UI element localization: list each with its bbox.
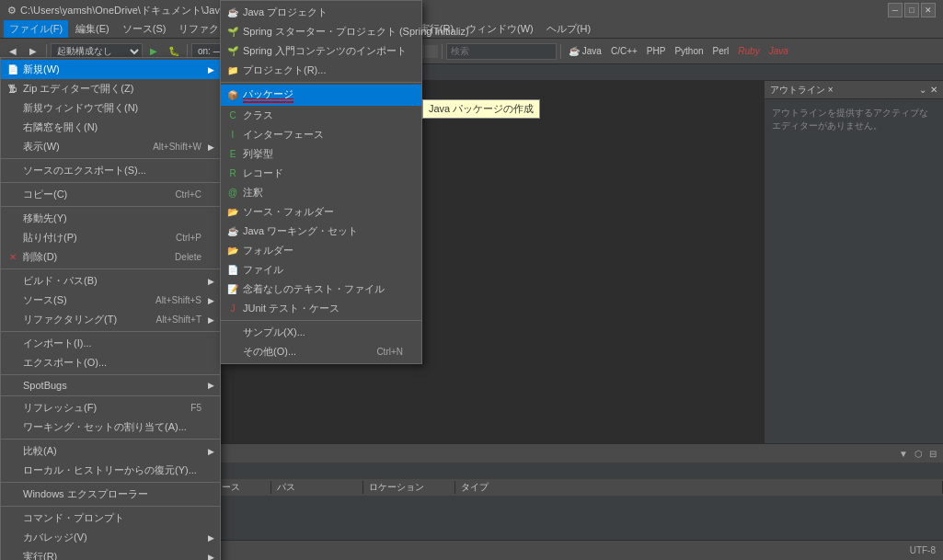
toolbar-btn-8[interactable] xyxy=(425,45,438,58)
menu-item-build-path[interactable]: ビルド・パス(B) xyxy=(1,271,220,291)
menu-item-export[interactable]: エクスポート(O)... xyxy=(1,353,220,372)
submenu-package-label: パッケージ xyxy=(243,87,293,103)
submenu-no-content[interactable]: 📝 念着なしのテキスト・ファイル xyxy=(221,280,421,299)
menu-bar: ファイル(F) 編集(E) ソース(S) リファクタリング(T) 検索(A) プ… xyxy=(0,20,943,39)
submenu-other[interactable]: その他(O)... Ctrl+N xyxy=(221,342,421,361)
menu-item-run2[interactable]: 実行(R) xyxy=(1,547,220,560)
separator-5 xyxy=(1,331,220,332)
menu-item-refactor2[interactable]: リファクタリング(T) Alt+Shift+T xyxy=(1,310,220,329)
collapse-icon[interactable]: ⊟ xyxy=(926,447,939,460)
menu-item-working-set-label: ワーキング・セットの割り当て(A)... xyxy=(23,420,187,434)
menu-item-paste[interactable]: 移動先(Y) xyxy=(1,209,220,228)
menu-item-import[interactable]: インポート(I)... xyxy=(1,334,220,353)
submenu-file[interactable]: 📄 ファイル xyxy=(221,260,421,280)
separator-6 xyxy=(1,374,220,375)
menu-item-open-editor[interactable]: 新規ウィンドウで開く(N) xyxy=(1,98,220,118)
display-shortcut: Alt+Shift+W xyxy=(134,142,201,152)
submenu-enum[interactable]: E 列挙型 xyxy=(221,144,421,164)
outline-chevron-icon[interactable]: ⌄ xyxy=(919,85,926,95)
submenu-folder[interactable]: 📂 フォルダー xyxy=(221,241,421,260)
menu-item-show-in-label: 右隣窓を開く(N) xyxy=(23,120,98,134)
menu-item-compare[interactable]: 比較(A) xyxy=(1,441,220,461)
java-perspective[interactable]: ☕ Java xyxy=(565,46,605,56)
menu-item-attach[interactable]: 貼り付け(P) Ctrl+P xyxy=(1,228,220,247)
menu-item-working-set[interactable]: ワーキング・セットの割り当て(A)... xyxy=(1,417,220,437)
menu-item-new[interactable]: 📄 新規(W) xyxy=(1,60,220,79)
submenu-java-project[interactable]: ☕ Java プロジェクト xyxy=(221,3,421,22)
separator-1 xyxy=(1,158,220,159)
filter-icon[interactable]: ▼ xyxy=(897,447,910,460)
menu-item-windows-explorer[interactable]: Windows エクスプローラー xyxy=(1,485,220,504)
menu-item-source2[interactable]: ソース(S) Alt+Shift+S xyxy=(1,291,220,310)
delete-icon: ✕ xyxy=(6,251,19,264)
menu-item-coverage[interactable]: カバレッジ(V) xyxy=(1,528,220,547)
menu-item-export-label: エクスポート(O)... xyxy=(23,356,107,370)
separator-2 xyxy=(1,182,220,183)
expand-icon[interactable]: ⬡ xyxy=(912,447,925,460)
menu-window[interactable]: ウィンドウ(W) xyxy=(461,20,539,38)
search-input[interactable] xyxy=(446,43,557,60)
submenu-spring-content-label: Spring 入門コンテンツのインポート xyxy=(243,44,407,58)
submenu-spring-starter[interactable]: 🌱 Spring スターター・プロジェクト (Spring Initializ) xyxy=(221,22,421,41)
refresh-shortcut: F5 xyxy=(172,403,201,413)
submenu-package[interactable]: 📦 パッケージ xyxy=(221,85,421,106)
submenu-project[interactable]: 📁 プロジェクト(R)... xyxy=(221,61,421,80)
menu-item-command-prompt[interactable]: コマンド・プロンプト xyxy=(1,509,220,528)
menu-item-compare-label: 比較(A) xyxy=(23,444,57,458)
submenu-source-folder[interactable]: 📂 ソース・フォルダー xyxy=(221,202,421,222)
submenu-interface[interactable]: I インターフェース xyxy=(221,125,421,144)
submenu-sample[interactable]: サンプル(X)... xyxy=(221,323,421,342)
context-menu-level1: 📄 新規(W) 🗜 Zip エディターで開く(Z) 新規ウィンドウで開く(N) … xyxy=(0,57,221,560)
menu-item-copy[interactable]: コピー(C) Ctrl+C xyxy=(1,185,220,204)
submenu-class[interactable]: C クラス xyxy=(221,106,421,125)
menu-item-zip[interactable]: 🗜 Zip エディターで開く(Z) xyxy=(1,79,220,98)
submenu-java-working-set[interactable]: ☕ Java ワーキング・セット xyxy=(221,222,421,241)
menu-help[interactable]: ヘルプ(H) xyxy=(541,20,596,38)
new-icon: 📄 xyxy=(6,63,19,76)
submenu-spring-content[interactable]: 🌱 Spring 入門コンテンツのインポート xyxy=(221,41,421,61)
python-perspective: Python xyxy=(671,46,707,56)
separator-10 xyxy=(1,506,220,507)
menu-item-local-history[interactable]: ローカル・ヒストリーからの復元(Y)... xyxy=(1,461,220,480)
php-perspective: PHP xyxy=(643,46,670,56)
menu-item-show-in[interactable]: 右隣窓を開く(N) xyxy=(1,118,220,137)
outline-title: アウトライン × xyxy=(770,84,834,97)
menu-file[interactable]: ファイル(F) xyxy=(4,20,68,38)
submenu-enum-label: 列挙型 xyxy=(243,147,273,161)
menu-item-local-history-label: ローカル・ヒストリーからの復元(Y)... xyxy=(23,463,197,477)
annotation-icon: @ xyxy=(226,187,239,200)
file-icon: 📄 xyxy=(226,264,239,277)
outline-empty-text: アウトラインを提供するアクティブなエディターがありません。 xyxy=(772,108,928,131)
submenu-source-folder-label: ソース・フォルダー xyxy=(243,205,334,219)
menu-item-export-source-label: ソースのエクスポート(S)... xyxy=(23,164,146,177)
menu-item-display[interactable]: 表示(W) Alt+Shift+W xyxy=(1,137,220,156)
refactor2-shortcut: Alt+Shift+T xyxy=(138,314,201,325)
menu-item-delete[interactable]: ✕ 削除(D) Delete xyxy=(1,247,220,267)
maximize-button[interactable]: □ xyxy=(904,3,919,17)
java2-perspective: Java xyxy=(765,46,792,56)
junit-icon: J xyxy=(226,303,239,315)
submenu-class-label: クラス xyxy=(243,109,273,122)
other-shortcut: Ctrl+N xyxy=(358,347,403,357)
submenu-sample-label: サンプル(X)... xyxy=(243,326,305,339)
separator-8 xyxy=(1,439,220,440)
menu-item-spotbugs[interactable]: SpotBugs xyxy=(1,377,220,394)
menu-item-refresh[interactable]: リフレッシュ(F) F5 xyxy=(1,398,220,417)
outline-close-icon[interactable]: ✕ xyxy=(930,85,937,95)
close-button[interactable]: ✕ xyxy=(921,3,936,17)
submenu-record[interactable]: R レコード xyxy=(221,164,421,183)
submenu-interface-label: インターフェース xyxy=(243,128,324,142)
menu-item-export-source[interactable]: ソースのエクスポート(S)... xyxy=(1,161,220,180)
toolbar-sep-6 xyxy=(560,44,561,59)
submenu-junit-test-label: JUnit テスト・ケース xyxy=(243,302,339,315)
delete-shortcut: Delete xyxy=(156,252,201,262)
menu-item-open-editor-label: 新規ウィンドウで開く(N) xyxy=(23,101,138,115)
submenu-no-content-label: 念着なしのテキスト・ファイル xyxy=(243,282,385,296)
submenu-junit-test[interactable]: J JUnit テスト・ケース xyxy=(221,299,421,318)
menu-edit[interactable]: 編集(E) xyxy=(70,20,115,38)
minimize-button[interactable]: ─ xyxy=(888,3,903,17)
attach-shortcut: Ctrl+P xyxy=(157,233,201,243)
toolbar-sep-5 xyxy=(442,44,443,59)
menu-source[interactable]: ソース(S) xyxy=(117,20,172,38)
submenu-annotation[interactable]: @ 注釈 xyxy=(221,183,421,202)
